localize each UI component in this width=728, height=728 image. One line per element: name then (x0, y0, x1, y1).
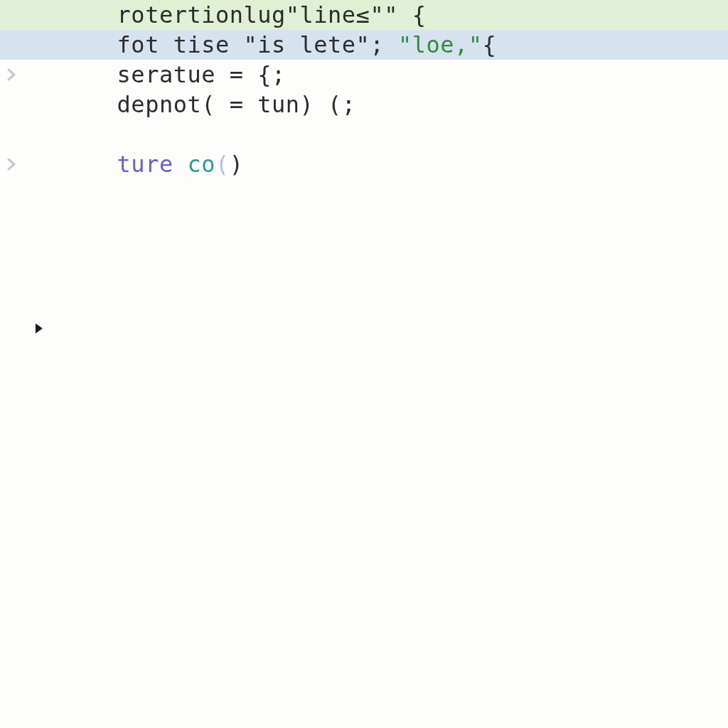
token: ; (370, 31, 398, 58)
token: depnot( = tun) (; (117, 91, 356, 118)
chevron-right-icon (4, 157, 18, 171)
code-line-6[interactable]: ture co() (0, 149, 728, 179)
editor-blank-area[interactable] (0, 179, 728, 728)
triangle-right-icon (35, 323, 43, 334)
token-paren: ) (230, 151, 244, 178)
token-string: "loe," (398, 31, 483, 58)
token (173, 151, 188, 178)
code-editor[interactable]: rotertionlug"line≤"" { fot tise "is lete… (0, 0, 728, 728)
token-function: co (187, 151, 215, 178)
chevron-right-icon (4, 68, 18, 82)
gutter-6[interactable] (4, 157, 33, 171)
token: { (483, 31, 497, 58)
token-keyword: ture (117, 151, 173, 178)
gutter-3[interactable] (4, 68, 33, 82)
token-paren: ( (215, 151, 230, 178)
